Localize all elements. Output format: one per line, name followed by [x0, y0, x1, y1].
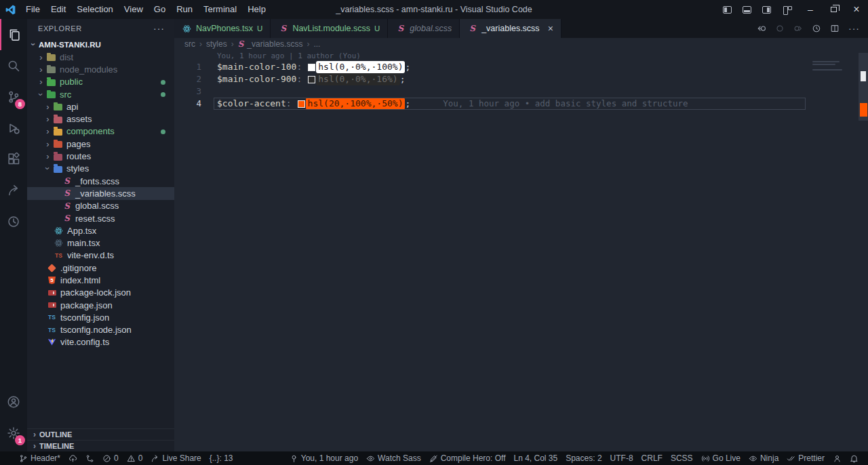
tab-_variables.scss[interactable]: S_variables.scss×: [460, 19, 561, 38]
tree-item-public[interactable]: ›public: [27, 76, 174, 88]
tab-global.scss[interactable]: Sglobal.scss: [388, 19, 460, 38]
breadcrumb-item[interactable]: ...: [313, 39, 320, 49]
menu-file[interactable]: File: [20, 0, 45, 19]
file-history-icon[interactable]: [812, 24, 821, 33]
tree-item-api[interactable]: ›api: [27, 100, 174, 113]
line-number[interactable]: 2: [174, 73, 201, 85]
tree-item-dist[interactable]: ›dist: [27, 51, 174, 63]
menu-terminal[interactable]: Terminal: [198, 0, 242, 19]
tree-item-styles[interactable]: ›styles: [27, 163, 174, 175]
tree-item-pages[interactable]: ›pages: [27, 138, 174, 150]
layout-sidebar-right-icon[interactable]: [762, 6, 771, 14]
feedback[interactable]: [829, 451, 846, 465]
tree-item-_fonts.scss[interactable]: S_fonts.scss: [27, 175, 174, 187]
tree-item-tsconfig.json[interactable]: TStsconfig.json: [27, 311, 174, 323]
menu-run[interactable]: Run: [171, 0, 198, 19]
activity-item-settings[interactable]: 1: [0, 418, 27, 449]
encoding[interactable]: UTF-8: [606, 451, 637, 465]
tree-item-node_modules[interactable]: ›node_modules: [27, 63, 174, 75]
eol-sequence[interactable]: CRLF: [637, 451, 667, 465]
tree-item-tsconfig.node.json[interactable]: TStsconfig.node.json: [27, 324, 174, 336]
minimize-icon[interactable]: –: [799, 0, 822, 19]
color-value[interactable]: hsl(20,·100%,·50%): [306, 98, 406, 110]
git-graph-status[interactable]: [81, 451, 98, 465]
tree-item-index.html[interactable]: 5index.html: [27, 274, 174, 286]
open-changes-icon[interactable]: [757, 24, 766, 33]
breadcrumb-item[interactable]: S_variables.scss: [238, 39, 303, 49]
notifications[interactable]: [846, 451, 863, 465]
compile-hero-status[interactable]: Compile Hero: Off: [425, 451, 510, 465]
activity-item-run-debug[interactable]: [0, 113, 27, 144]
language-mode[interactable]: SCSS: [667, 451, 697, 465]
activity-item-live-share[interactable]: [0, 175, 27, 206]
tree-item-vite.config.ts[interactable]: vite.config.ts: [27, 336, 174, 348]
tree-item-components[interactable]: ›components: [27, 125, 174, 138]
line-number[interactable]: 3: [174, 85, 201, 98]
go-live-status[interactable]: Go Live: [697, 451, 745, 465]
activity-item-explorer[interactable]: [0, 19, 27, 50]
tree-item-assets[interactable]: ›assets: [27, 113, 174, 125]
section-outline[interactable]: ›OUTLINE: [27, 428, 174, 440]
close-icon[interactable]: ×: [845, 0, 868, 19]
color-swatch[interactable]: [308, 64, 315, 71]
tab-navphones.tsx[interactable]: NavPhones.tsxU: [174, 19, 271, 38]
restore-icon[interactable]: [822, 0, 845, 19]
layout-customize-icon[interactable]: [783, 6, 792, 14]
tree-item-vite-env.d.ts[interactable]: TSvite-env.d.ts: [27, 249, 174, 262]
next-change-icon[interactable]: [793, 24, 803, 33]
brace-count-status[interactable]: {..}: 13: [205, 451, 237, 465]
tree-item-routes[interactable]: ›routes: [27, 150, 174, 162]
code-line-1[interactable]: 1$main-color-100:hsl(0,·0%,·100%);: [174, 61, 868, 73]
blame-status[interactable]: You, 1 hour ago: [285, 451, 362, 465]
prettier-status[interactable]: Prettier: [783, 451, 829, 465]
code-line-4[interactable]: 4$color-accent:hsl(20,·100%,·50%);You, 1…: [174, 98, 868, 110]
tree-item-reset.scss[interactable]: Sreset.scss: [27, 212, 174, 224]
activity-item-accounts[interactable]: [0, 386, 27, 418]
activity-item-search[interactable]: [0, 50, 27, 81]
publish-status[interactable]: [64, 451, 81, 465]
menu-selection[interactable]: Selection: [71, 0, 118, 19]
warnings-status[interactable]: 0: [123, 451, 147, 465]
codelens[interactable]: You, 1 hour ago | 1 author (You): [174, 52, 868, 61]
line-number[interactable]: 1: [174, 61, 201, 73]
workspace-root[interactable]: › AMN-STANKI.RU: [27, 38, 174, 51]
tree-item-package.json[interactable]: package.json: [27, 299, 174, 311]
tab-navlist.module.scss[interactable]: SNavList.module.scssU: [271, 19, 388, 38]
layout-panel-icon[interactable]: [743, 6, 751, 14]
code-editor[interactable]: You, 1 hour ago | 1 author (You) 1$main-…: [174, 52, 868, 110]
split-editor-icon[interactable]: [830, 24, 840, 33]
menu-help[interactable]: Help: [242, 0, 271, 19]
activity-item-source-control[interactable]: 8: [0, 81, 27, 113]
watch-sass-status[interactable]: Watch Sass: [362, 451, 425, 465]
ninja-status[interactable]: Ninja: [745, 451, 783, 465]
tree-item-global.scss[interactable]: Sglobal.scss: [27, 200, 174, 212]
menu-go[interactable]: Go: [149, 0, 171, 19]
menu-edit[interactable]: Edit: [45, 0, 71, 19]
tree-item-app.tsx[interactable]: App.tsx: [27, 224, 174, 237]
activity-item-gitlens[interactable]: [0, 206, 27, 237]
section-timeline[interactable]: ›TIMELINE: [27, 440, 174, 451]
menu-view[interactable]: View: [119, 0, 149, 19]
color-swatch[interactable]: [308, 76, 315, 83]
color-value[interactable]: hsl(0,·0%,·16%): [316, 73, 399, 85]
code-line-3[interactable]: 3: [174, 85, 868, 98]
indentation[interactable]: Spaces: 2: [561, 451, 606, 465]
minimap[interactable]: [811, 61, 857, 88]
prev-change-icon[interactable]: [775, 24, 785, 33]
tree-item-src[interactable]: ›src: [27, 88, 174, 100]
breadcrumb-item[interactable]: src: [184, 39, 195, 49]
color-swatch[interactable]: [298, 100, 305, 108]
activity-item-extensions[interactable]: [0, 144, 27, 175]
close-icon[interactable]: ×: [548, 24, 553, 33]
tree-item-main.tsx[interactable]: main.tsx: [27, 237, 174, 249]
live-share-status[interactable]: Live Share: [146, 451, 205, 465]
cursor-position[interactable]: Ln 4, Col 35: [509, 451, 561, 465]
line-number[interactable]: 4: [174, 98, 201, 110]
errors-status[interactable]: 0: [98, 451, 123, 465]
branch-status[interactable]: Header*: [15, 451, 64, 465]
more-actions-icon[interactable]: ···: [153, 23, 165, 34]
code-line-2[interactable]: 2$main-color-900:hsl(0,·0%,·16%);: [174, 73, 868, 85]
tree-item-_variables.scss[interactable]: S_variables.scss: [27, 187, 174, 199]
tree-item-.gitignore[interactable]: .gitignore: [27, 262, 174, 274]
breadcrumb-item[interactable]: styles: [206, 39, 227, 49]
